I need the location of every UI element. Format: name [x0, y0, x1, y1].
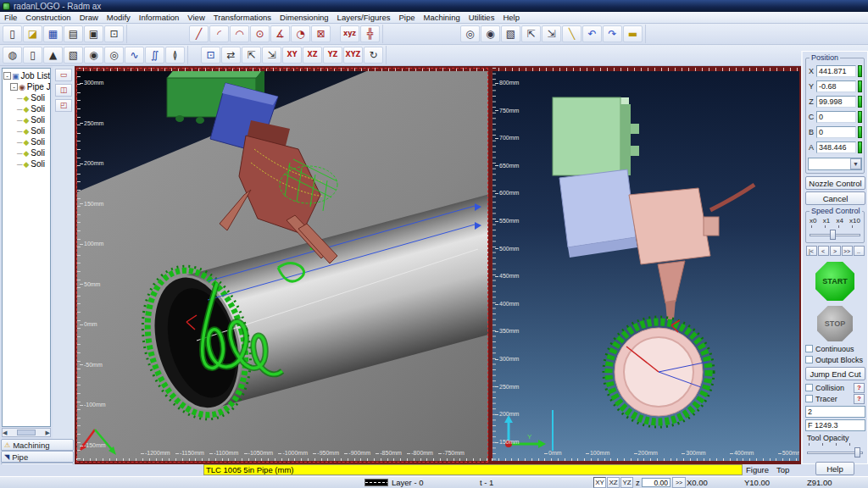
help-button[interactable]: Help [815, 462, 854, 475]
tree-item-solid[interactable]: ─ ◆ Soli [3, 125, 50, 136]
layer-line-swatch[interactable] [364, 479, 388, 486]
start-button[interactable]: START [815, 262, 854, 301]
viewport-3d-front[interactable]: Y 800mm750mm700mm650mm600mm550mm500mm450… [490, 66, 801, 464]
menu-information[interactable]: Information [135, 12, 184, 24]
view-yz-button[interactable]: YZ [323, 47, 342, 64]
tracer-checkbox[interactable] [805, 395, 813, 402]
zoom-window-button[interactable]: ▧ [501, 25, 520, 42]
tree-item-solid[interactable]: ─ ◆ Soli [3, 114, 50, 125]
view-xyz-button[interactable]: XYZ [343, 47, 363, 64]
extrude-button[interactable]: ∬ [145, 47, 164, 64]
collapse-icon[interactable]: - [10, 83, 18, 91]
tree-item-pipe-job[interactable]: - ◉ Pipe Jo [3, 81, 50, 92]
collision-checkbox[interactable] [805, 384, 813, 391]
tree-item-solid[interactable]: ─ ◆ Soli [3, 158, 50, 169]
viewport-3d-perspective[interactable]: 300mm250mm200mm150mm100mm50mm0mm-50mm-10… [75, 66, 490, 464]
layout-split-view-button[interactable]: ◫ [55, 84, 72, 97]
cancel-button[interactable]: Cancel [805, 191, 865, 205]
zoom-button[interactable]: ◎ [460, 25, 480, 42]
sweep-path-button[interactable]: ∿ [125, 47, 144, 64]
menu-construction[interactable]: Construction [21, 12, 75, 24]
menu-file[interactable]: File [0, 12, 21, 24]
continuous-option[interactable]: Continuous [805, 343, 865, 354]
new-file-button[interactable]: ▯ [3, 25, 22, 42]
axis-value-field[interactable]: 441.871 [816, 65, 856, 77]
open-file-button[interactable]: ◪ [23, 25, 42, 42]
line-tool-button[interactable]: ╱ [189, 25, 209, 42]
tree-item-job-list[interactable]: - ▣ Job List [3, 70, 50, 81]
arc-quadrant-tool-button[interactable]: ◔ [291, 25, 310, 42]
snap-grid-button[interactable]: ╬ [360, 25, 380, 42]
arc-3pt-tool-button[interactable]: ◜ [209, 25, 229, 42]
plane-xy-button[interactable]: XY [593, 477, 606, 488]
tab-machining[interactable]: ⚠ Machining [1, 439, 74, 451]
cone-solid-button[interactable]: ▲ [43, 47, 63, 64]
menu-help[interactable]: Help [498, 12, 524, 24]
jump-end-cut-button[interactable]: Jump End Cut [805, 367, 865, 380]
eraser-button[interactable]: ▬ [623, 25, 643, 42]
lamp-render-button[interactable]: ≬ [165, 47, 185, 64]
fit-view-button[interactable]: ⇱ [242, 47, 261, 64]
fast-forward-button[interactable]: >> [842, 246, 853, 256]
arc-tangent-tool-button[interactable]: ◠ [230, 25, 249, 42]
marker-pen-button[interactable]: ╲ [562, 25, 581, 42]
layout-quad-view-button[interactable]: ◰ [55, 99, 72, 112]
step-coordinate-button[interactable]: >> [672, 477, 686, 488]
output-blocks-option[interactable]: Output Blocks [805, 354, 865, 365]
speed-slider[interactable] [810, 230, 860, 240]
undo-button[interactable]: ↶ [582, 25, 602, 42]
slider-handle[interactable] [854, 447, 860, 458]
transport-more-button[interactable]: .. [854, 246, 865, 256]
fit-extents-button[interactable]: ⇱ [521, 25, 541, 42]
menu-view[interactable]: View [183, 12, 209, 24]
scroll-left-arrow-icon[interactable]: ◀ [3, 430, 7, 436]
collision-help-button[interactable]: ? [854, 383, 865, 393]
tree-horizontal-scrollbar[interactable]: ◀ ▶ [2, 428, 51, 437]
collision-option[interactable]: Collision ? [805, 382, 865, 393]
tool-opacity-slider[interactable] [807, 447, 863, 458]
print-preview-button[interactable]: ▤ [64, 25, 83, 42]
slider-handle[interactable] [830, 230, 836, 240]
angle-dimension-button[interactable]: ∡ [270, 25, 290, 42]
tool-indicator[interactable]: t - 1 [480, 478, 493, 487]
stop-button[interactable]: STOP [817, 306, 853, 341]
axis-value-field[interactable]: 99.998 [816, 96, 856, 108]
axis-value-field[interactable]: 0 [816, 111, 856, 123]
display-mode-button[interactable]: ⊡ [201, 47, 220, 64]
block-count-field[interactable]: 2 [805, 406, 865, 418]
step-back-button[interactable]: < [818, 246, 829, 256]
feed-rate-field[interactable]: F 1249.3 [805, 419, 865, 431]
axis-value-field[interactable]: -0.68 [816, 80, 856, 92]
print-button[interactable]: ▣ [84, 25, 103, 42]
redo-button[interactable]: ↷ [603, 25, 622, 42]
z-coordinate-input[interactable] [642, 478, 670, 487]
fit-previous-button[interactable]: ⇲ [542, 25, 561, 42]
rotate-view-button[interactable]: ↻ [364, 47, 383, 64]
circle-center-tool-button[interactable]: ⊙ [250, 25, 270, 42]
plane-yz-button[interactable]: YZ [620, 477, 633, 488]
no-draw-button[interactable]: ⊠ [311, 25, 331, 42]
tree-item-solid[interactable]: ─ ◆ Soli [3, 147, 50, 158]
go-to-start-button[interactable]: |< [806, 246, 817, 256]
view-xz-button[interactable]: XZ [303, 47, 322, 64]
tree-item-solid[interactable]: ─ ◆ Soli [3, 103, 50, 114]
view-xy-button[interactable]: XY [282, 47, 302, 64]
menu-transformations[interactable]: Transformations [209, 12, 275, 24]
tracer-help-button[interactable]: ? [854, 394, 865, 404]
zoom-all-button[interactable]: ◉ [481, 25, 500, 42]
xyz-coords-button[interactable]: xyz [340, 25, 359, 42]
menu-draw[interactable]: Draw [75, 12, 103, 24]
layout-single-view-button[interactable]: ▭ [55, 69, 72, 81]
tree-item-solid[interactable]: ─ ◆ Soli [3, 92, 50, 103]
save-button[interactable]: ▦ [43, 25, 63, 42]
torus-solid-button[interactable]: ◎ [104, 47, 124, 64]
output-blocks-checkbox[interactable] [805, 356, 813, 363]
menu-modify[interactable]: Modify [103, 12, 135, 24]
fit-view-2-button[interactable]: ⇲ [262, 47, 281, 64]
axis-value-field[interactable]: 0 [816, 126, 856, 138]
scrollbar-thumb[interactable] [17, 430, 36, 435]
position-preset-dropdown[interactable]: ▼ [808, 158, 862, 170]
copy-button[interactable]: ⊡ [104, 25, 124, 42]
ellipsoid-solid-button[interactable]: ◉ [84, 47, 103, 64]
collapse-icon[interactable]: - [3, 72, 11, 80]
